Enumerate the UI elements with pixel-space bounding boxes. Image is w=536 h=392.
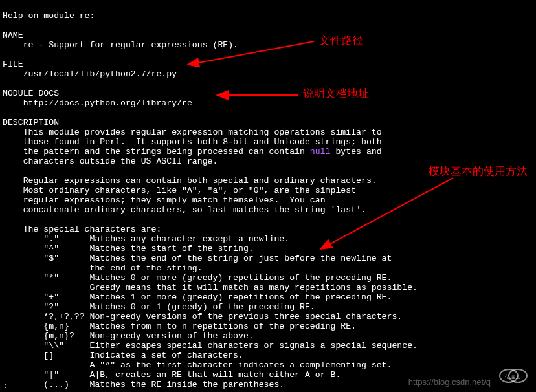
- special-plus: "+" Matches 1 or more (greedy) repetitio…: [23, 292, 392, 302]
- docs-section-url: http://docs.python.org/library/re: [23, 98, 192, 108]
- special-star-b: Greedy means that it will match as many …: [23, 283, 418, 292]
- name-section-title: NAME: [3, 30, 23, 40]
- docs-section-title: MODULE DOCS: [3, 89, 59, 98]
- special-brackets: [] Indicates a set of characters.: [23, 351, 243, 360]
- desc-para1-l2: those found in Perl. It supports both 8-…: [23, 137, 382, 147]
- desc-para2-l4: concatenate ordinary characters, so last…: [23, 205, 366, 215]
- desc-para1-l3b: bytes and: [331, 147, 382, 157]
- desc-section-title: DESCRIPTION: [3, 118, 59, 127]
- special-pipe: "|" A|B, creates an RE that will match e…: [23, 370, 341, 380]
- special-caret: "^" Matches the start of the string.: [23, 244, 254, 254]
- pager-prompt[interactable]: :: [3, 381, 8, 391]
- desc-para2-l3: regular expressions; they simply match t…: [23, 195, 326, 205]
- special-backslash: "\\" Either escapes special characters o…: [23, 341, 418, 351]
- special-mnq: {m,n}? Non-greedy version of the above.: [23, 331, 254, 341]
- name-section-text: re - Support for regular expressions (RE…: [23, 40, 238, 50]
- desc-para1-l4: characters outside the US ASCII range.: [23, 157, 218, 166]
- special-nongreedy: *?,+?,?? Non-greedy versions of the prev…: [23, 312, 403, 321]
- desc-para2-l2: Most ordinary characters, like "A", "a",…: [23, 186, 356, 195]
- special-dollar-b: the end of the string.: [23, 263, 203, 273]
- special-mn: {m,n} Matches from m to n repetitions of…: [23, 321, 356, 331]
- desc-para1-l3a: the pattern and the strings being proces…: [23, 147, 310, 157]
- special-star-a: "*" Matches 0 or more (greedy) repetitio…: [23, 273, 392, 283]
- desc-para1-l1: This module provides regular expression …: [23, 127, 382, 137]
- file-section-title: FILE: [3, 60, 23, 69]
- terminal-output: Help on module re: NAME re - Support for…: [0, 0, 536, 391]
- desc-null-keyword: null: [310, 147, 331, 157]
- special-dollar-a: "$" Matches the end of the string or jus…: [23, 254, 392, 263]
- help-header: Help on module re:: [3, 11, 95, 21]
- desc-para2-l1: Regular expressions can contain both spe…: [23, 176, 377, 186]
- special-brackets-2: A "^" as the first character indicates a…: [23, 360, 392, 370]
- specials-header: The special characters are:: [23, 224, 162, 234]
- special-qmark: "?" Matches 0 or 1 (greedy) of the prece…: [23, 302, 315, 312]
- special-parens: (...) Matches the RE inside the parenthe…: [23, 380, 285, 389]
- file-section-text: /usr/local/lib/python2.7/re.py: [23, 69, 177, 79]
- special-dot: "." Matches any character except a newli…: [23, 234, 290, 244]
